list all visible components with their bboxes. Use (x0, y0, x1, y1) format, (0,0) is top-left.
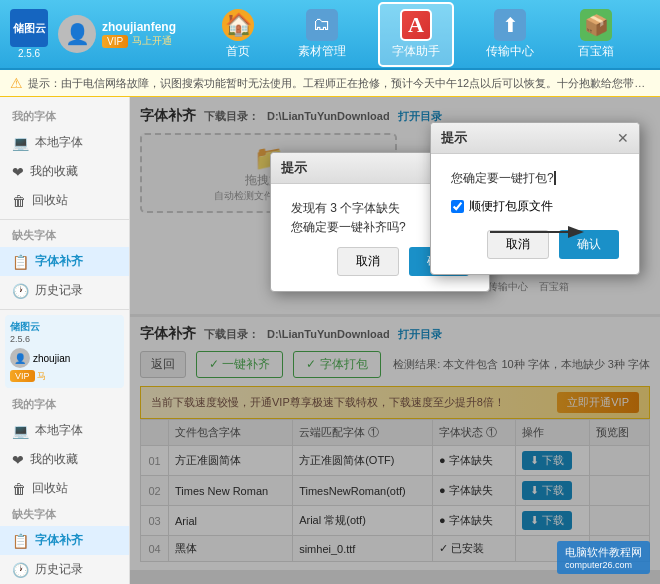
user-info: zhoujianfeng VIP 马上开通 (102, 20, 176, 48)
dialog-pack-confirm: 提示 ✕ 您确定要一键打包? 顺便打包原文件 取消 确认 (430, 122, 640, 275)
watermark: 电脑软件教程网 computer26.com (557, 541, 650, 574)
sidebar-item-supplement-2[interactable]: 📋 字体补齐 (0, 526, 129, 555)
nav-item-home[interactable]: 🏠 首页 (210, 4, 266, 65)
pack-original-checkbox[interactable] (451, 200, 464, 213)
sidebar-item-history[interactable]: 🕐 历史记录 (0, 276, 129, 305)
trash-icon: 🗑 (12, 193, 26, 209)
material-icon: 🗂 (306, 9, 338, 41)
sidebar-item-local-2[interactable]: 💻 本地字体 (0, 416, 129, 445)
sidebar: 我的字体 💻 本地字体 ❤ 我的收藏 🗑 回收站 缺失字体 📋 字体补齐 🕐 历… (0, 97, 130, 584)
dialog-overlay: 提示 ✕ 发现有 3 个字体缺失 您确定要一键补齐吗? 取消 确认 (130, 97, 660, 584)
local-font-icon: 💻 (12, 135, 29, 151)
favorites-icon-2: ❤ (12, 452, 24, 468)
sidebar-item-favorites[interactable]: ❤ 我的收藏 (0, 157, 129, 186)
sidebar-section-missing: 缺失字体 (0, 224, 129, 247)
sidebar-item-favorites-2[interactable]: ❤ 我的收藏 (0, 445, 129, 474)
sidebar-item-history-2[interactable]: 🕐 历史记录 (0, 555, 129, 584)
dialog2-body: 您确定要一键打包? 顺便打包原文件 取消 确认 (431, 154, 639, 274)
supplement-icon: 📋 (12, 254, 29, 270)
alert-icon: ⚠ (10, 75, 23, 91)
home-icon: 🏠 (222, 9, 254, 41)
dialog2-title-bar: 提示 ✕ (431, 123, 639, 154)
app-logo: 储图云 2.5.6 (10, 9, 48, 59)
alert-bar: ⚠ 提示：由于电信网络故障，识图搜索功能暂时无法使用。工程师正在抢修，预计今天中… (0, 70, 660, 97)
sidebar-divider-2 (0, 309, 129, 310)
nav-item-upload[interactable]: ⬆ 传输中心 (474, 4, 546, 65)
sidebar-item-trash[interactable]: 🗑 回收站 (0, 186, 129, 215)
sidebar-section-missing-2: 缺失字体 (0, 503, 129, 526)
vip-badge: VIP (102, 35, 128, 48)
mini-vip-badge: VIP (10, 370, 35, 382)
avatar: 👤 (58, 15, 96, 53)
nav-items: 🏠 首页 🗂 素材管理 A 字体助手 ⬆ 传输中心 📦 百宝箱 (186, 2, 650, 67)
sidebar-item-supplement[interactable]: 📋 字体补齐 (0, 247, 129, 276)
upload-icon: ⬆ (494, 9, 526, 41)
mini-avatar: 👤 (10, 348, 30, 368)
sidebar-section-my-font: 我的字体 (0, 105, 129, 128)
nav-item-font[interactable]: A 字体助手 (378, 2, 454, 67)
nav-item-treasure[interactable]: 📦 百宝箱 (566, 4, 626, 65)
main-layout: 我的字体 💻 本地字体 ❤ 我的收藏 🗑 回收站 缺失字体 📋 字体补齐 🕐 历… (0, 97, 660, 584)
sidebar-cloud-preview: 储图云 2.5.6 👤 zhoujian VIP 马 (5, 315, 124, 388)
favorites-icon: ❤ (12, 164, 24, 180)
content-area: 字体补齐 下载目录： D:\LianTuYunDownload 打开目录 📁 拖… (130, 97, 660, 584)
dialog2-close-button[interactable]: ✕ (617, 130, 629, 146)
cursor (554, 171, 556, 185)
history-icon: 🕐 (12, 283, 29, 299)
dialog2-message: 您确定要一键打包? (451, 169, 619, 188)
history-icon-2: 🕐 (12, 562, 29, 578)
trash-icon-2: 🗑 (12, 481, 26, 497)
treasure-icon: 📦 (580, 9, 612, 41)
local-font-icon-2: 💻 (12, 423, 29, 439)
supplement-icon-2: 📋 (12, 533, 29, 549)
font-icon: A (400, 9, 432, 41)
arrow-connector (490, 217, 590, 250)
sidebar-divider (0, 219, 129, 220)
sidebar-item-trash-2[interactable]: 🗑 回收站 (0, 474, 129, 503)
top-navigation: 储图云 2.5.6 👤 zhoujianfeng VIP 马上开通 🏠 首页 🗂… (0, 0, 660, 70)
logo-icon: 储图云 (10, 9, 48, 47)
dialog1-cancel-button[interactable]: 取消 (337, 247, 399, 276)
dialog2-checkbox-row: 顺便打包原文件 (451, 198, 619, 215)
sidebar-section-my-font-2: 我的字体 (0, 393, 129, 416)
nav-item-material[interactable]: 🗂 素材管理 (286, 4, 358, 65)
sidebar-item-local[interactable]: 💻 本地字体 (0, 128, 129, 157)
